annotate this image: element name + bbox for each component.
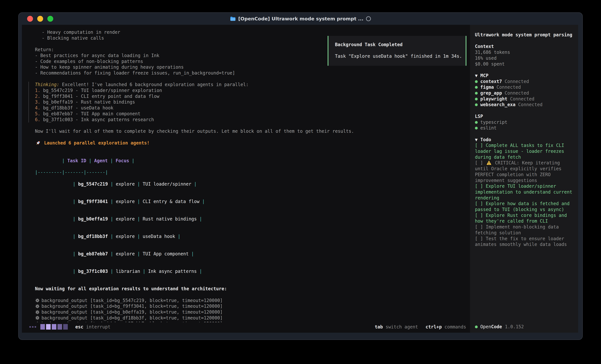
cell-task-id: bg_f9ff3041 [78,199,108,204]
mcp-server-name: context7 [480,79,502,84]
col-task-id: Task ID [67,158,86,163]
warning-icon [486,160,491,165]
keyboard-hints: tab switch agent ctrl+p commands [375,324,466,329]
gear-icon [35,298,40,303]
chevron-down-icon: ▼ [475,137,478,142]
return-item: - Recommendations for fixing loader free… [35,70,470,76]
mcp-server-name: grep_app [480,90,502,96]
tool-name: background_output [41,321,87,322]
table-row: |bg_b0effa19|explore|Rust native binding… [35,210,470,228]
rocket-icon [35,140,41,146]
cell-focus: TUI App component [143,251,189,256]
status-dot-icon [475,92,478,95]
hint-action: switch agent [386,324,418,329]
todo-item: [ ] Complete ALL tasks to fix CLI loader… [475,143,574,160]
session-title: Ultrawork mode system prompt parsing [475,32,574,38]
toast-title: Background Task Completed [335,42,466,48]
agent-description: bg_eb87ebb7 - TUI App main component [43,111,140,116]
minimize-window-button[interactable] [37,16,43,22]
mcp-server-name: playwright [480,96,507,101]
sidebar-status-bar: OpenCode 1.0.152 [475,322,575,331]
mcp-section-heading[interactable]: ▼ MCP [475,73,574,79]
cell-agent: explore [116,199,135,204]
cell-agent: explore [116,216,135,221]
tool-call-line: background_output [task_id=bg_df18bb3f, … [35,315,470,321]
mcp-server: context7 Connected [475,79,574,85]
mcp-server-status: Connected [518,102,542,107]
pre-bullet: - Heavy computation in render [42,29,470,35]
close-window-button[interactable] [27,16,33,22]
todo-text: Implement non-blocking data fetching sol… [475,224,561,235]
lsp-heading: LSP [475,114,574,119]
terminal-status-bar: esc interrupt tab switch agent ctrl+p co… [22,322,470,333]
todo-item: [ ] CRITICAL: Keep iterating until Oracl… [475,160,574,183]
todo-text: Explore Rust core bindings and how they'… [475,213,570,224]
session-sidebar: Ultrawork mode system prompt parsing Con… [470,25,578,333]
table-row: |bg_5547c219|explore|TUI loader/spinner| [35,175,470,193]
cell-task-id: bg_df18bb3f [78,234,108,239]
todo-list: [ ] Complete ALL tasks to fix CLI loader… [475,143,574,247]
col-focus: Focus [116,158,129,163]
launch-line: Launched 6 parallel exploration agents! [35,140,470,146]
todo-checkbox: [ ] [475,236,486,241]
mcp-server-list: context7 Connected figma Connected grep_… [475,79,574,108]
waiting-line: Now waiting for all exploration results … [35,286,470,292]
list-number: 3. [35,99,40,105]
status-dot-icon [475,98,478,100]
app-version: 1.0.152 [505,324,524,330]
mcp-server: figma Connected [475,84,574,90]
toast-body: Task "Explore useData hook" finished in … [335,53,466,59]
cell-focus: CLI entry & data flow [143,199,200,204]
thinking-agent-list: 1. bg_5547c219 - TUI loader/spinner expl… [35,87,470,123]
zoom-window-button[interactable] [47,16,53,22]
background-task-toast[interactable]: Background Task Completed Task "Explore … [328,36,466,66]
cell-task-id: bg_5547c219 [78,181,108,187]
cell-agent: explore [116,181,135,187]
thinking-label: Thinking: [35,82,59,87]
context-tokens: 31,686 tokens [475,49,574,55]
mcp-server: playwright Connected [475,96,574,102]
cell-focus: useData hook [143,234,175,239]
hint-key: tab [375,324,383,329]
launch-text: Launched 6 parallel exploration agents! [44,140,150,146]
tool-name: background_output [41,315,87,321]
wait-line: Now I'll wait for all of them to complet… [35,128,470,134]
gear-icon [35,304,40,309]
proxy-ring-icon [366,16,371,21]
terminal-scrollback: - Heavy computation in render- Blocking … [22,25,470,322]
esc-key-hint: esc [75,324,83,329]
table-row: |bg_df18bb3f|explore|useData hook| [35,228,470,245]
todo-section-heading[interactable]: ▼ Todo [475,137,574,143]
lsp-server: typescript [475,119,574,125]
status-dot-icon [475,103,478,106]
agent-description: bg_b0effa19 - Rust native bindings [43,99,135,105]
cell-agent: explore [116,251,135,256]
todo-text: Explore TUI loader/spinner implementatio… [475,183,575,200]
todo-item: [ ] Test the fix to ensure loader animat… [475,236,574,247]
tool-args: [task_id=bg_eb87ebb7, block=true, timeou… [90,321,223,322]
list-number: 5. [35,111,40,116]
mcp-server-status: Connected [505,90,529,96]
agent-description: bg_37f1c003 - Ink async patterns researc… [43,117,154,122]
cell-task-id: bg_eb87ebb7 [78,251,108,256]
tool-name: background_output [41,303,87,309]
cell-focus: Ink async patterns [148,268,197,274]
todo-text: Test the fix to ensure loader animates s… [475,236,567,247]
keyboard-hint: tab switch agent [375,324,418,329]
todo-checkbox: [ ] [475,160,486,165]
status-dot-icon [475,326,478,328]
list-number: 4. [35,105,40,110]
terminal-main-pane: Background Task Completed Task "Explore … [22,25,470,333]
table-separator-row: |---------|-------|-------| [35,169,470,175]
window-title: [OpenCode] Ultrawork mode system prompt … [238,16,363,21]
todo-checkbox: [ ] [475,224,486,230]
agent-description: bg_df18bb3f - useData hook [43,105,113,110]
tool-name: background_output [41,309,87,315]
tool-call-line: background_output [task_id=bg_b0effa19, … [35,309,470,315]
tool-args: [task_id=bg_f9ff3041, block=true, timeou… [90,303,223,309]
terminal-window: [OpenCode] Ultrawork mode system prompt … [18,12,583,340]
status-dot-icon [475,127,478,129]
context-used: 16% used [475,55,574,61]
tool-call-line: background_output [task_id=bg_eb87ebb7, … [35,321,470,322]
todo-item: [ ] Explore Rust core bindings and how t… [475,212,574,224]
